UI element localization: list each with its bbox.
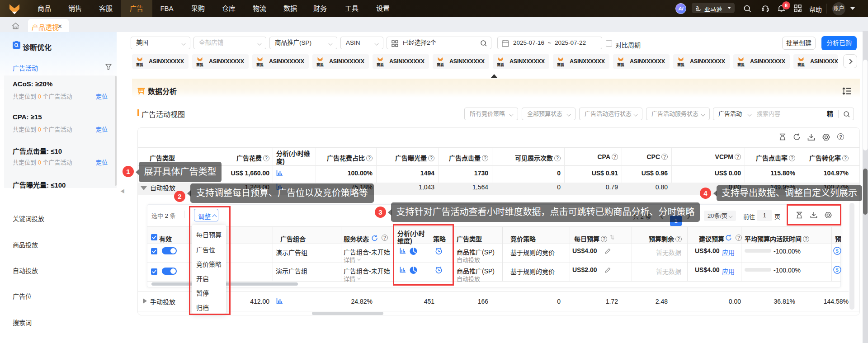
svg-text:$: $	[836, 267, 839, 273]
svg-text:a: a	[696, 5, 699, 11]
svg-text:$: $	[836, 248, 839, 254]
